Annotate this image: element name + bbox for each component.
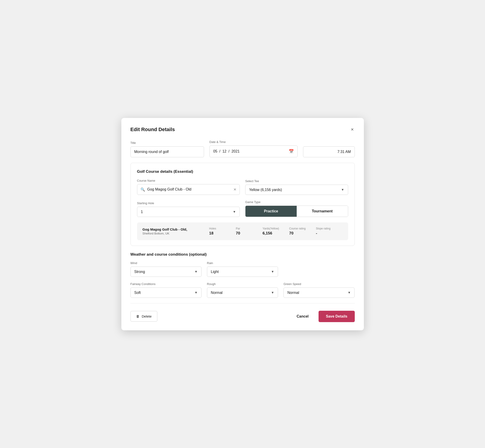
game-type-label: Game Type [245, 200, 348, 204]
rough-group: Rough Short Normal Long Very Long ▼ [207, 282, 278, 298]
course-name-label: Course Name [137, 179, 240, 182]
rough-wrapper[interactable]: Short Normal Long Very Long ▼ [207, 288, 278, 298]
course-tee-row: Course Name 🔍 ✕ Select Tee Yellow (6,156… [137, 179, 348, 195]
course-info-row: Gog Magog Golf Club - Old, Shelford Bott… [137, 222, 348, 240]
practice-button[interactable]: Practice [245, 206, 297, 217]
par-label: Par [236, 227, 263, 230]
holes-label: Holes [209, 227, 236, 230]
game-type-group: Game Type Practice Tournament [245, 200, 348, 217]
footer-row: 🗑 Delete Cancel Save Details [130, 311, 355, 322]
golf-course-section-title: Golf Course details (Essential) [137, 169, 348, 174]
golf-course-section: Golf Course details (Essential) Course N… [130, 163, 355, 246]
rain-wrapper[interactable]: None Light Moderate Heavy ▼ [207, 267, 278, 277]
tournament-button[interactable]: Tournament [297, 206, 348, 217]
rough-select[interactable]: Short Normal Long Very Long [211, 291, 274, 295]
close-button[interactable]: × [350, 126, 355, 133]
green-speed-select[interactable]: Slow Normal Fast Very Fast [287, 291, 351, 295]
delete-button[interactable]: 🗑 Delete [130, 311, 157, 322]
course-rating-value: 70 [289, 231, 316, 236]
yards-value: 6,156 [263, 231, 289, 236]
starting-hole-select[interactable]: 1 10 [141, 210, 236, 214]
weather-section-title: Weather and course conditions (optional) [130, 252, 355, 257]
starting-hole-wrapper[interactable]: 1 10 ▼ [137, 207, 240, 217]
rain-select[interactable]: None Light Moderate Heavy [211, 270, 274, 274]
starting-hole-label: Starting Hole [137, 201, 240, 205]
trash-icon: 🗑 [136, 314, 140, 318]
fairway-group: Fairway Conditions Firm Normal Soft Wet … [130, 282, 202, 298]
title-label: Title [130, 141, 204, 144]
select-tee-label: Select Tee [245, 179, 348, 183]
date-time-label: Date & Time [210, 140, 298, 144]
calendar-icon: 📅 [289, 149, 294, 154]
date-value: 05 / 12 / 2021 [213, 149, 288, 153]
modal-title: Edit Round Details [130, 127, 175, 133]
green-speed-label: Green Speed [283, 282, 355, 286]
cancel-button[interactable]: Cancel [292, 311, 313, 322]
fairway-rough-green-row: Fairway Conditions Firm Normal Soft Wet … [130, 282, 355, 298]
footer-right: Cancel Save Details [292, 311, 355, 322]
course-name-group: Course Name 🔍 ✕ [137, 179, 240, 195]
course-stat-rating: Course rating 70 [289, 227, 316, 236]
starting-hole-group: Starting Hole 1 10 ▼ [137, 201, 240, 217]
course-stat-par: Par 70 [236, 227, 263, 236]
par-value: 70 [236, 231, 263, 236]
slope-rating-value: - [316, 231, 342, 236]
fairway-wrapper[interactable]: Firm Normal Soft Wet ▼ [130, 288, 202, 298]
select-tee-wrapper[interactable]: Yellow (6,156 yards) White Red Blue ▼ [245, 185, 348, 195]
date-input-wrapper[interactable]: 05 / 12 / 2021 📅 [210, 145, 298, 157]
wind-select[interactable]: None Light Moderate Strong [134, 270, 198, 274]
wind-group: Wind None Light Moderate Strong ▼ [130, 261, 202, 277]
title-input[interactable] [130, 146, 204, 157]
course-stat-holes: Holes 18 [209, 227, 236, 236]
save-button[interactable]: Save Details [319, 311, 355, 322]
clear-icon[interactable]: ✕ [233, 187, 236, 192]
course-name-input-wrapper[interactable]: 🔍 ✕ [137, 184, 240, 195]
time-input[interactable]: 7:31 AM [303, 146, 355, 157]
time-group: Time 7:31 AM [303, 141, 355, 157]
edit-round-modal: Edit Round Details × Title Date & Time 0… [121, 118, 364, 330]
fairway-select[interactable]: Firm Normal Soft Wet [134, 291, 198, 295]
hole-gametype-row: Starting Hole 1 10 ▼ Game Type Practice … [137, 200, 348, 217]
course-info-location: Shelford Bottom, UK [143, 232, 209, 235]
holes-value: 18 [209, 231, 236, 236]
course-info-name: Gog Magog Golf Club - Old, Shelford Bott… [143, 227, 209, 235]
wind-rain-row: Wind None Light Moderate Strong ▼ Rain N… [130, 261, 355, 277]
course-name-input[interactable] [147, 187, 231, 192]
green-speed-wrapper[interactable]: Slow Normal Fast Very Fast ▼ [283, 288, 355, 298]
wind-wrapper[interactable]: None Light Moderate Strong ▼ [130, 267, 202, 277]
course-stat-yards: Yards(Yellow) 6,156 [263, 227, 289, 236]
delete-label: Delete [142, 314, 152, 318]
title-group: Title [130, 141, 204, 157]
course-info-name-text: Gog Magog Golf Club - Old, [143, 227, 209, 231]
modal-header: Edit Round Details × [130, 126, 355, 133]
course-stat-slope: Slope rating - [316, 227, 342, 236]
yards-label: Yards(Yellow) [263, 227, 289, 230]
rough-label: Rough [207, 282, 278, 286]
rain-group: Rain None Light Moderate Heavy ▼ [207, 261, 278, 277]
title-datetime-row: Title Date & Time 05 / 12 / 2021 📅 Time … [130, 140, 355, 157]
weather-section: Weather and course conditions (optional)… [130, 252, 355, 298]
slope-rating-label: Slope rating [316, 227, 342, 230]
game-type-toggle: Practice Tournament [245, 206, 348, 217]
green-speed-group: Green Speed Slow Normal Fast Very Fast ▼ [283, 282, 355, 298]
wind-label: Wind [130, 261, 202, 265]
search-icon: 🔍 [140, 187, 145, 192]
footer-divider [130, 303, 355, 304]
course-rating-label: Course rating [289, 227, 316, 230]
select-tee-select[interactable]: Yellow (6,156 yards) White Red Blue [249, 188, 344, 192]
fairway-label: Fairway Conditions [130, 282, 202, 286]
rain-label: Rain [207, 261, 278, 265]
date-group: Date & Time 05 / 12 / 2021 📅 [210, 140, 298, 157]
select-tee-group: Select Tee Yellow (6,156 yards) White Re… [245, 179, 348, 195]
